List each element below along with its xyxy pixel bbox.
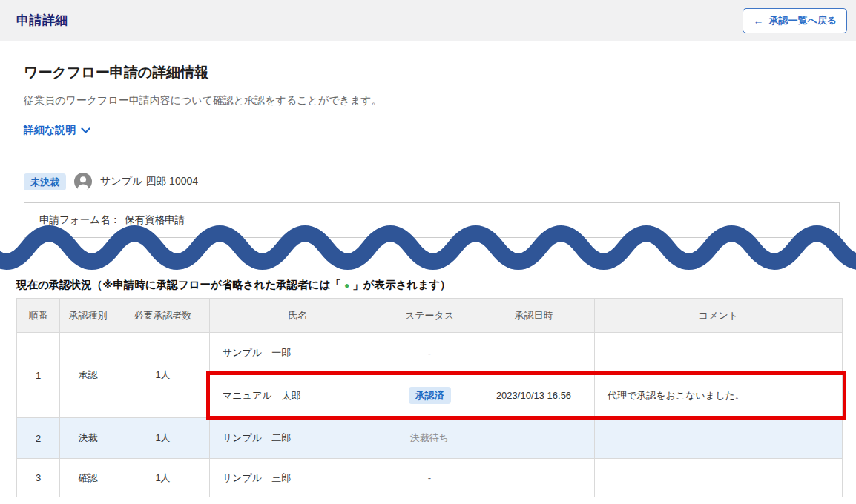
applicant-row: 未決裁 サンプル 四郎 10004 — [24, 173, 856, 190]
detail-toggle-label: 詳細な説明 — [24, 124, 76, 137]
application-form-box: 申請フォーム名： 保有資格申請 — [24, 202, 840, 238]
datetime-cell — [473, 459, 595, 497]
table-row: 1 承認 1人 サンプル 一郎 - — [17, 333, 843, 374]
col-header-order: 順番 — [17, 299, 60, 333]
approver-name-cell: サンプル 三郎 — [210, 459, 386, 497]
section-description: 従業員のワークフロー申請内容について確認と承認をすることができます。 — [24, 94, 856, 107]
approved-status-badge: 承認済 — [409, 387, 451, 404]
datetime-cell — [473, 333, 595, 374]
back-to-approval-list-button[interactable]: ← 承認一覧へ戻る — [743, 8, 847, 33]
comment-cell: 代理で承認をおこないました。 — [595, 374, 843, 418]
heading-text-prefix: 現在の承認状況（※申請時に承認フローが省略された承認者には「 — [16, 279, 341, 291]
detail-description-toggle[interactable]: 詳細な説明 — [24, 124, 90, 137]
comment-cell — [595, 459, 843, 497]
table-header-row: 順番 承認種別 必要承認者数 氏名 ステータス 承認日時 コメント — [17, 299, 843, 333]
applicant-name: サンプル 四郎 10004 — [100, 175, 198, 188]
comment-cell — [595, 418, 843, 459]
form-name-label: 申請フォーム名： — [39, 213, 120, 227]
datetime-cell — [473, 418, 595, 459]
approval-table-wrapper: 順番 承認種別 必要承認者数 氏名 ステータス 承認日時 コメント 1 承認 1… — [16, 298, 843, 497]
type-cell: 承認 — [60, 333, 116, 418]
page-title: 申請詳細 — [16, 12, 68, 29]
col-header-required: 必要承認者数 — [116, 299, 210, 333]
type-cell: 決裁 — [60, 418, 116, 459]
section-title: ワークフロー申請の詳細情報 — [24, 63, 856, 82]
table-row-current: 2 決裁 1人 サンプル 二郎 決裁待ち — [17, 418, 843, 459]
user-avatar-icon — [74, 173, 92, 190]
comment-cell — [595, 333, 843, 374]
approver-name-cell: マニュアル 太郎 — [210, 374, 386, 418]
chevron-down-icon — [81, 127, 90, 134]
required-cell: 1人 — [116, 418, 210, 459]
application-detail-page: 申請詳細 ← 承認一覧へ戻る ワークフロー申請の詳細情報 従業員のワークフロー申… — [0, 0, 856, 504]
omitted-approver-dot-icon: ● — [344, 280, 349, 291]
approval-status-table: 順番 承認種別 必要承認者数 氏名 ステータス 承認日時 コメント 1 承認 1… — [16, 298, 843, 497]
approver-name-cell: サンプル 二郎 — [210, 418, 386, 459]
back-button-label: 承認一覧へ戻る — [768, 14, 837, 27]
type-cell: 確認 — [60, 459, 116, 497]
status-cell: 決裁待ち — [386, 418, 473, 459]
form-name-value: 保有資格申請 — [125, 213, 185, 227]
status-cell: - — [386, 459, 473, 497]
required-cell: 1人 — [116, 333, 210, 418]
approval-status-heading: 現在の承認状況（※申請時に承認フローが省略された承認者には「 ● 」が表示されま… — [16, 278, 856, 292]
status-badge: 未決裁 — [24, 173, 66, 190]
col-header-type: 承認種別 — [60, 299, 116, 333]
order-cell: 3 — [17, 459, 60, 497]
datetime-cell: 2023/10/13 16:56 — [473, 374, 595, 418]
page-header-bar: 申請詳細 ← 承認一覧へ戻る — [0, 0, 856, 41]
col-header-name: 氏名 — [210, 299, 386, 333]
order-cell: 1 — [17, 333, 60, 418]
status-cell: - — [386, 333, 473, 374]
back-arrow-icon: ← — [753, 16, 763, 26]
col-header-datetime: 承認日時 — [473, 299, 595, 333]
order-cell: 2 — [17, 418, 60, 459]
col-header-status: ステータス — [386, 299, 473, 333]
heading-text-suffix: 」が表示されます） — [352, 279, 450, 291]
required-cell: 1人 — [116, 459, 210, 497]
col-header-comment: コメント — [595, 299, 843, 333]
status-cell: 承認済 — [386, 374, 473, 418]
table-row: 3 確認 1人 サンプル 三郎 - — [17, 459, 843, 497]
approver-name-cell: サンプル 一郎 — [210, 333, 386, 374]
